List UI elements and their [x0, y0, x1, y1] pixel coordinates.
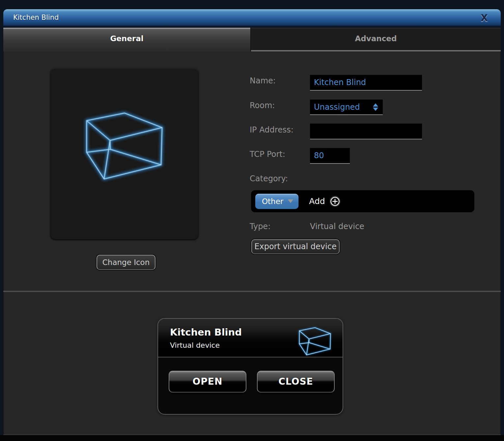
name-input[interactable]: [310, 75, 422, 91]
category-dropdown-value: Other: [262, 197, 283, 206]
ip-address-label: IP Address:: [250, 125, 294, 134]
tab-bar: General Advanced: [3, 28, 501, 51]
type-label: Type:: [250, 222, 270, 231]
category-label: Category:: [250, 174, 288, 183]
window-title: Kitchen Blind: [13, 9, 59, 26]
general-tab-panel: Change Icon Name: Room: Unassigned IP Ad…: [3, 51, 501, 291]
close-icon[interactable]: X: [477, 11, 491, 26]
room-select[interactable]: Unassigned: [310, 100, 383, 115]
device-card-title: Kitchen Blind: [170, 327, 242, 338]
device-card-header: Kitchen Blind Virtual device: [158, 319, 343, 358]
up-down-arrows-icon: [373, 103, 378, 111]
page-background-strip: [0, 435, 504, 441]
room-select-value: Unassigned: [314, 103, 360, 112]
room-label: Room:: [250, 101, 275, 110]
add-category-label: Add: [309, 196, 325, 206]
device-settings-dialog: Kitchen Blind X General Advanced: [3, 9, 501, 435]
device-card-subtitle: Virtual device: [170, 341, 220, 349]
preview-section: Kitchen Blind Virtual device OPEN CLOSE: [3, 292, 501, 435]
circled-plus-icon: [329, 196, 341, 207]
tab-general[interactable]: General: [3, 28, 250, 51]
titlebar: Kitchen Blind X: [3, 9, 501, 26]
name-label: Name:: [250, 76, 276, 85]
device-preview-card: Kitchen Blind Virtual device OPEN CLOSE: [157, 318, 343, 415]
chevron-down-icon: [288, 199, 293, 203]
change-icon-button[interactable]: Change Icon: [97, 255, 155, 270]
tcp-port-label: TCP Port:: [250, 150, 285, 159]
export-virtual-device-button[interactable]: Export virtual device: [251, 239, 340, 254]
type-value: Virtual device: [310, 222, 364, 231]
tab-advanced[interactable]: Advanced: [251, 28, 501, 51]
device-cube-icon: [297, 326, 332, 356]
category-dropdown[interactable]: Other: [255, 194, 298, 209]
add-category-button[interactable]: Add: [309, 196, 340, 207]
tcp-port-input[interactable]: [310, 148, 350, 164]
category-bar: Other Add: [251, 190, 474, 212]
device-icon-panel: [50, 68, 199, 240]
ip-address-input[interactable]: [310, 124, 422, 139]
close-button[interactable]: CLOSE: [257, 371, 335, 393]
open-button[interactable]: OPEN: [169, 371, 246, 393]
device-icon: [50, 68, 199, 240]
